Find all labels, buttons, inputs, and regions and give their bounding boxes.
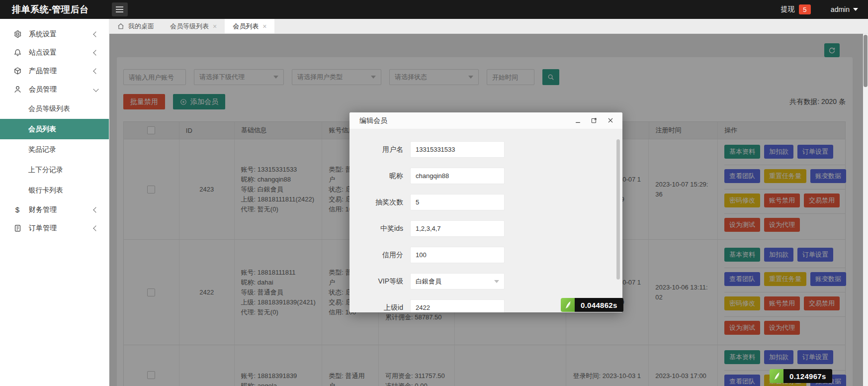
close-icon[interactable]: × [262, 23, 266, 30]
close-icon[interactable]: × [213, 23, 217, 30]
field-label: 抽奖次数 [349, 198, 403, 207]
sidebar-item-member-list[interactable]: 会员列表 [0, 119, 109, 139]
field-label: 昵称 [349, 172, 403, 181]
form-row: 用户名 [349, 141, 505, 158]
page-scrollbar[interactable] [863, 33, 868, 386]
select-value: 白銀會員 [416, 277, 441, 286]
chevron-left-icon [93, 207, 98, 212]
minimize-icon[interactable] [574, 116, 582, 124]
top-header: 排单系统-管理后台 提现 5 admin [0, 0, 868, 19]
sidebar-item-label: 会员列表 [28, 125, 56, 134]
winning-ids-field[interactable] [410, 220, 505, 237]
form-row: VIP等级 白銀會員 [349, 273, 505, 290]
dialog-controls [574, 116, 614, 124]
maximize-icon[interactable] [590, 116, 598, 124]
form-row: 上级id [349, 299, 505, 312]
app-window: 排单系统-管理后台 提现 5 admin 系统设置 [0, 0, 868, 386]
sidebar-item-label: 奖品记录 [28, 145, 56, 154]
form-row: 昵称 [349, 168, 505, 184]
chevron-down-icon [494, 280, 499, 283]
field-label: VIP等级 [349, 277, 403, 286]
order-icon [13, 224, 22, 233]
app-title: 排单系统-管理后台 [12, 3, 89, 15]
withdraw-count-badge: 5 [799, 4, 811, 14]
gear-icon [13, 30, 22, 39]
sidebar-item-site-settings[interactable]: 站点设置 [0, 43, 109, 62]
sidebar-item-member-level-list[interactable]: 会员等级列表 [0, 98, 109, 119]
form-row: 信用分 [349, 247, 505, 263]
chevron-down-icon [93, 86, 98, 92]
leaf-logo-icon [770, 369, 783, 383]
modal-render-timer: 0.044862s [561, 298, 623, 312]
sidebar-item-member-management[interactable]: 会员管理 [0, 80, 109, 98]
hamburger-icon [116, 6, 123, 7]
sidebar-item-label: 产品管理 [29, 67, 57, 76]
vip-level-select[interactable]: 白銀會員 [410, 273, 505, 290]
chevron-left-icon [93, 68, 98, 74]
bell-icon [13, 48, 22, 57]
tab-label: 我的桌面 [128, 22, 154, 31]
credit-score-field[interactable] [410, 247, 505, 263]
hamburger-icon [116, 9, 123, 10]
tab-my-desktop[interactable]: 我的桌面 [109, 19, 162, 33]
sidebar-item-finance-management[interactable]: $ 财务管理 [0, 200, 109, 219]
withdraw-link[interactable]: 提现 5 [781, 4, 811, 14]
timer-value: 0.124967s [783, 369, 832, 383]
sidebar-item-label: 上下分记录 [28, 166, 63, 175]
sidebar-item-system-settings[interactable]: 系统设置 [0, 25, 109, 43]
username-field[interactable] [410, 141, 505, 158]
tab-member-level-list[interactable]: 会员等级列表 × [162, 19, 225, 33]
sidebar-item-label: 系统设置 [29, 30, 57, 39]
edit-member-dialog: 编辑会员 用户名 昵称 抽奖次数 [349, 112, 622, 312]
dialog-scrollbar-thumb[interactable] [616, 139, 620, 280]
form-row: 中奖ids [349, 220, 505, 237]
sidebar-item-prize-records[interactable]: 奖品记录 [0, 139, 109, 160]
chevron-down-icon [853, 8, 858, 11]
field-label: 上级id [349, 303, 403, 312]
sidebar-item-order-management[interactable]: 订单管理 [0, 219, 109, 237]
sidebar-item-label: 银行卡列表 [28, 186, 63, 195]
chevron-left-icon [93, 50, 98, 55]
dialog-body: 用户名 昵称 抽奖次数 中奖ids 信用分 VIP等级 [349, 129, 622, 312]
scrollbar-thumb[interactable] [864, 35, 868, 87]
chevron-left-icon [93, 31, 98, 37]
sidebar-item-product-management[interactable]: 产品管理 [0, 62, 109, 80]
user-menu[interactable]: admin [831, 5, 858, 13]
superior-id-field[interactable] [410, 299, 505, 312]
username: admin [831, 5, 850, 13]
sidebar-item-label: 财务管理 [29, 205, 57, 214]
field-label: 用户名 [349, 145, 403, 154]
chevron-left-icon [93, 225, 98, 231]
leaf-logo-icon [561, 298, 575, 312]
sidebar-item-bankcard-list[interactable]: 银行卡列表 [0, 180, 109, 200]
box-icon [13, 67, 22, 76]
hamburger-icon [116, 11, 123, 12]
field-label: 中奖ids [349, 224, 403, 233]
page-render-timer: 0.124967s [770, 369, 832, 383]
field-label: 信用分 [349, 251, 403, 260]
sidebar-item-label: 订单管理 [29, 224, 57, 233]
sidebar: 系统设置 站点设置 产品管理 会员管理 会员等级列表 [0, 19, 109, 386]
timer-value: 0.044862s [575, 298, 623, 312]
collapse-menu-button[interactable] [112, 2, 128, 16]
tab-label: 会员等级列表 [170, 22, 209, 31]
sidebar-item-updown-records[interactable]: 上下分记录 [0, 160, 109, 180]
withdraw-label: 提现 [781, 5, 795, 14]
sidebar-item-label: 会员管理 [29, 85, 57, 94]
sidebar-item-label: 会员等级列表 [28, 104, 70, 113]
home-icon [117, 23, 124, 30]
form-row: 抽奖次数 [349, 194, 505, 210]
lottery-count-field[interactable] [410, 194, 505, 210]
sidebar-item-label: 站点设置 [29, 48, 57, 57]
header-right: 提现 5 admin [781, 0, 858, 19]
close-icon[interactable] [607, 116, 614, 124]
tab-member-list[interactable]: 会员列表 × [225, 19, 274, 33]
user-icon [13, 85, 22, 94]
tab-label: 会员列表 [233, 22, 259, 31]
dollar-icon: $ [13, 205, 22, 214]
nickname-field[interactable] [410, 168, 505, 184]
tab-bar: 我的桌面 会员等级列表 × 会员列表 × [109, 19, 868, 34]
dialog-title: 编辑会员 [359, 116, 387, 125]
